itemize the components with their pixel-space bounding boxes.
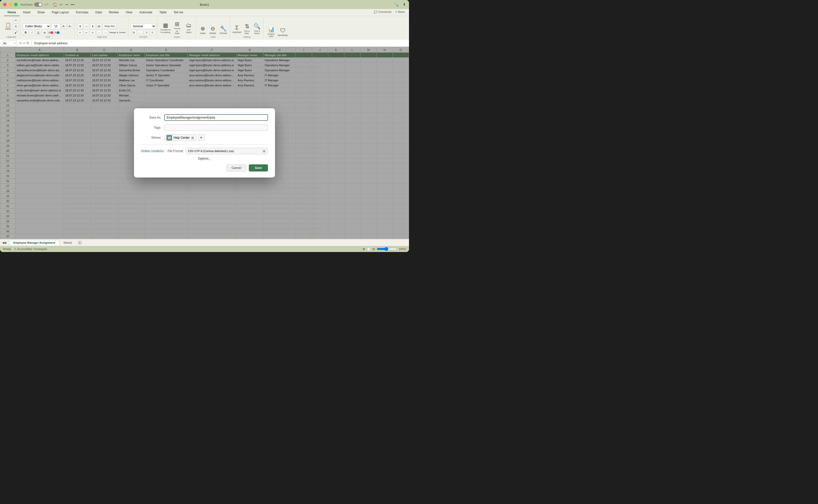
undo-icon[interactable]: ↩ xyxy=(60,3,63,7)
filename-input[interactable] xyxy=(164,114,268,121)
online-locations-btn[interactable]: Online Locations xyxy=(141,149,163,153)
search-icon[interactable]: 🔍 xyxy=(394,2,399,7)
sort-filter-btn[interactable]: ⇅ Sort &Filter xyxy=(242,23,251,35)
editing-group: Σ AutoSum ⇅ Sort &Filter 🔍 Find &Select … xyxy=(231,17,263,39)
merge-center-btn[interactable]: Merge & Center xyxy=(109,30,126,35)
home-icon[interactable]: 🏠 xyxy=(53,3,57,7)
maximize-button[interactable] xyxy=(14,3,18,6)
wrap-text-btn[interactable]: Wrap Text xyxy=(102,23,117,29)
tab-data[interactable]: Data xyxy=(92,9,105,16)
italic-btn[interactable]: I xyxy=(29,30,35,35)
number-group: General % , .0 0. Number xyxy=(129,17,158,39)
cell-styles-btn[interactable]: 🗂 CellStyles xyxy=(183,22,194,34)
file-format-value: CSV UTF-8 (Comma delimited) (.csv) xyxy=(188,150,234,153)
where-label: Where: xyxy=(141,136,161,139)
confirm-formula-btn[interactable]: ✓ xyxy=(23,41,26,45)
location-selector-btn[interactable]: 📁 Help Center ⊕ xyxy=(164,134,196,141)
align-right-btn[interactable]: ≡ xyxy=(90,30,95,35)
increase-font-btn[interactable]: A↑ xyxy=(61,23,67,29)
decrease-font-btn[interactable]: A↓ xyxy=(67,23,73,29)
sum-btn[interactable]: Σ AutoSum xyxy=(232,24,241,34)
prev-sheet-btn[interactable]: ◀ xyxy=(2,241,4,244)
decrease-indent-btn[interactable]: ← xyxy=(96,30,102,35)
increase-decimal-btn[interactable]: .0 xyxy=(144,30,149,35)
cut-button[interactable]: ✂ xyxy=(13,18,19,23)
increase-indent-btn[interactable]: → xyxy=(102,30,108,35)
where-expand-btn[interactable]: ▼ xyxy=(198,134,204,141)
font-color-btn[interactable]: A🔵 xyxy=(54,30,60,35)
tab-draw[interactable]: Draw xyxy=(34,9,48,16)
format-btn[interactable]: 🔧 Format xyxy=(218,25,228,35)
tab-page-layout[interactable]: Page Layout xyxy=(48,9,72,16)
underline-btn[interactable]: U xyxy=(35,30,41,35)
tab-table[interactable]: Table xyxy=(156,9,170,16)
font-family-select[interactable]: Calibri (Body) xyxy=(23,23,51,29)
tab-tell-me[interactable]: Tell me xyxy=(170,9,187,16)
cancel-formula-btn[interactable]: ✕ xyxy=(19,41,22,45)
tab-review[interactable]: Review xyxy=(105,9,122,16)
sensitivity-btn[interactable]: 🛡 Sensitivity xyxy=(277,27,288,37)
file-format-area: File Format: CSV UTF-8 (Comma delimited)… xyxy=(167,148,268,154)
tab-insert[interactable]: Insert xyxy=(19,9,34,16)
tab-view[interactable]: View xyxy=(122,9,136,16)
page-break-icon[interactable]: ⊟ xyxy=(372,247,375,251)
tags-input[interactable] xyxy=(164,124,268,131)
align-center-btn[interactable]: ≡ xyxy=(84,30,89,35)
add-sheet-btn[interactable]: + xyxy=(77,240,82,245)
redo-icon[interactable]: ↪ xyxy=(65,3,68,7)
cancel-btn[interactable]: Cancel xyxy=(226,164,246,171)
tab-home[interactable]: Home xyxy=(4,9,19,16)
find-select-btn[interactable]: 🔍 Find &Select xyxy=(252,23,262,35)
formula-bar: A1 ▼ ✕ ✓ fx Employee email address xyxy=(0,40,409,47)
align-middle-btn[interactable]: — xyxy=(84,23,89,29)
insert-btn[interactable]: ⊕ Insert xyxy=(198,25,207,35)
border-btn[interactable]: ⊞ xyxy=(42,30,47,35)
orientation-btn[interactable]: ab xyxy=(96,23,102,29)
tab-automate[interactable]: Automate xyxy=(136,9,156,16)
align-left-btn[interactable]: ≡ xyxy=(77,30,83,35)
alignment-group: ⬆ — ⬇ ab Wrap Text ≡ ≡ ≡ ← → Merge & Cen… xyxy=(76,17,128,39)
file-format-select[interactable]: CSV UTF-8 (Comma delimited) (.csv) ⊕ xyxy=(186,148,268,154)
accessibility-label: ⚠ Accessibility: Investigate xyxy=(14,247,47,251)
cells-group: ⊕ Insert ⊖ Delete 🔧 Format Cells xyxy=(197,17,230,39)
comments-btn[interactable]: 💬 Comments xyxy=(374,10,391,14)
ribbon-tabs: Home Insert Draw Page Layout Formulas Da… xyxy=(0,9,409,16)
format-painter-button[interactable]: 🖌 xyxy=(13,30,19,35)
align-bottom-btn[interactable]: ⬇ xyxy=(90,23,95,29)
paste-button[interactable]: 📋 Paste xyxy=(4,22,13,31)
autosave-toggle[interactable] xyxy=(34,3,42,7)
percent-btn[interactable]: % xyxy=(131,30,137,35)
format-as-table-btn[interactable]: ⊞ Format asTable xyxy=(172,20,182,35)
close-button[interactable] xyxy=(3,3,7,6)
analyze-data-btn[interactable]: 📊 AnalyzeData xyxy=(266,26,276,38)
share-btn[interactable]: ↗ Share xyxy=(394,10,405,14)
next-sheet-btn[interactable]: ▶ xyxy=(5,241,7,244)
cell-ref-box[interactable]: A1 ▼ xyxy=(2,41,17,46)
decrease-decimal-btn[interactable]: 0. xyxy=(150,30,156,35)
options-btn[interactable]: Options... xyxy=(141,157,268,160)
sheet-tab-employee[interactable]: Employee Manager Assignment xyxy=(9,240,59,245)
share-icon[interactable]: ⬆ xyxy=(403,2,406,7)
clipboard-group: 📋 Paste ✂ ⎘ 🖌 Clipboard xyxy=(2,17,20,39)
format-icon: 🔧 xyxy=(220,25,227,32)
zoom-slider[interactable] xyxy=(377,247,397,250)
tab-formulas[interactable]: Formulas xyxy=(72,9,92,16)
more-icon[interactable]: ••• xyxy=(71,3,75,7)
fill-color-btn[interactable]: A🔴 xyxy=(48,30,54,35)
number-format-select[interactable]: General xyxy=(131,23,156,29)
copy-button[interactable]: ⎘ xyxy=(13,24,19,29)
titlebar-right: 🔍 ⬆ xyxy=(394,2,406,7)
sheet-tab-sheet1[interactable]: Sheet1 xyxy=(59,240,76,245)
align-top-btn[interactable]: ⬆ xyxy=(77,23,83,29)
page-layout-icon[interactable]: 📄 xyxy=(367,247,370,251)
normal-view-icon[interactable]: ⊞ xyxy=(363,247,365,251)
autosave-state: OFF xyxy=(44,3,49,6)
bold-btn[interactable]: B xyxy=(23,30,28,35)
conditional-formatting-btn[interactable]: ▦ ConditionalFormatting xyxy=(160,22,171,34)
insert-function-btn[interactable]: fx xyxy=(27,41,29,45)
delete-btn[interactable]: ⊖ Delete xyxy=(208,25,217,35)
comma-btn[interactable]: , xyxy=(137,30,143,35)
font-size-input[interactable] xyxy=(51,23,60,29)
save-btn[interactable]: Save xyxy=(249,164,268,171)
minimize-button[interactable] xyxy=(9,3,12,6)
